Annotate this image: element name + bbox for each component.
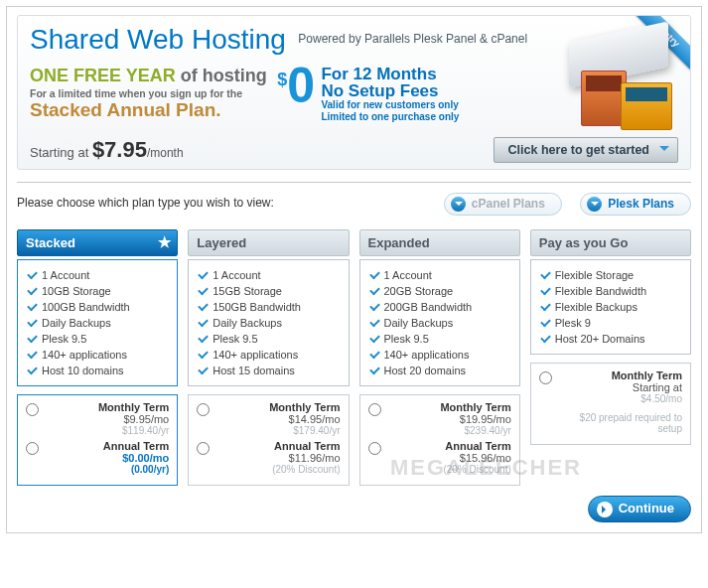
term-price: $9.95/mo xyxy=(47,413,169,425)
feature-item: 15GB Storage xyxy=(197,283,340,299)
feature-item: Host 10 domains xyxy=(26,363,169,378)
feature-item: Flexible Storage xyxy=(539,267,682,283)
promo-highlight: ONE FREE YEAR xyxy=(30,66,176,85)
feature-item: Host 20 domains xyxy=(368,363,511,378)
term-alt: $239.40/yr xyxy=(389,425,511,436)
feature-item: Host 15 domains xyxy=(197,363,340,378)
term-alt: $4.50/mo xyxy=(560,393,682,404)
feature-item: 1 Account xyxy=(368,267,511,283)
plan-header: Pay as you Go xyxy=(530,229,691,256)
feature-item: Plesk 9.5 xyxy=(368,331,511,347)
feature-item: Daily Backups xyxy=(26,315,169,331)
term-label: Monthly Term xyxy=(389,401,511,413)
term-radio[interactable] xyxy=(539,371,552,384)
plan-features: 1 Account15GB Storage150GB BandwidthDail… xyxy=(188,259,349,386)
feature-item: 140+ applications xyxy=(197,347,340,363)
plan-features: 1 Account10GB Storage100GB BandwidthDail… xyxy=(17,259,178,386)
arrow-right-icon xyxy=(597,502,613,517)
feature-item: Plesk 9.5 xyxy=(197,331,340,347)
term-radio[interactable] xyxy=(26,442,39,455)
feature-item: 1 Account xyxy=(197,267,340,283)
get-started-button[interactable]: Click here to get started xyxy=(494,137,678,163)
plan-terms: Monthly Term$14.95/mo$179.40/yrAnnual Te… xyxy=(188,394,349,486)
plan-layered: Layered1 Account15GB Storage150GB Bandwi… xyxy=(188,229,349,486)
feature-item: Flexible Backups xyxy=(539,299,682,315)
term-price: $19.95/mo xyxy=(389,413,511,425)
term-alt: $119.40/yr xyxy=(47,425,169,436)
term-price: $0.00/mo xyxy=(47,452,169,464)
term-price: $15.96/mo xyxy=(389,452,511,464)
plan-pay-as-you-go: Pay as you GoFlexible StorageFlexible Ba… xyxy=(530,229,691,486)
term-alt: $179.40/yr xyxy=(217,425,340,436)
plan-stacked: Stacked★1 Account10GB Storage100GB Bandw… xyxy=(17,229,178,486)
divider xyxy=(17,182,691,183)
term-radio[interactable] xyxy=(197,403,210,416)
plans-grid: Stacked★1 Account10GB Storage100GB Bandw… xyxy=(17,229,691,486)
feature-item: 10GB Storage xyxy=(26,283,169,299)
chevron-down-icon xyxy=(587,197,602,212)
plan-header: Layered xyxy=(188,229,349,256)
feature-item: Flexible Bandwidth xyxy=(539,283,682,299)
starting-price: Starting at $7.95/month xyxy=(30,145,184,160)
plan-terms: Monthly Term$19.95/mo$239.40/yrAnnual Te… xyxy=(359,394,520,486)
term-label: Monthly Term xyxy=(47,401,169,413)
star-icon: ★ xyxy=(158,233,171,251)
page-title: Shared Web Hosting xyxy=(30,24,286,55)
term-radio[interactable] xyxy=(26,403,39,416)
term-label: Annual Term xyxy=(389,440,511,452)
product-image xyxy=(561,26,680,130)
term-radio[interactable] xyxy=(368,442,381,455)
feature-item: Plesk 9 xyxy=(539,315,682,331)
zero-price: 0 xyxy=(287,66,311,105)
feature-item: 100GB Bandwidth xyxy=(26,299,169,315)
term-label: Monthly Term xyxy=(217,401,340,413)
tab-plesk[interactable]: Plesk Plans xyxy=(580,193,691,216)
term-price: Starting at xyxy=(560,381,682,393)
feature-item: Daily Backups xyxy=(197,315,340,331)
term-label: Annual Term xyxy=(47,440,169,452)
feature-item: 140+ applications xyxy=(368,347,511,363)
plan-features: Flexible StorageFlexible BandwidthFlexib… xyxy=(530,259,691,355)
feature-item: 20GB Storage xyxy=(368,283,511,299)
term-extra: $20 prepaid required to setup xyxy=(560,412,682,434)
plan-expanded: Expanded1 Account20GB Storage200GB Bandw… xyxy=(359,229,520,486)
plan-features: 1 Account20GB Storage200GB BandwidthDail… xyxy=(359,259,520,386)
term-radio[interactable] xyxy=(197,442,210,455)
hero: Entry Shared Web Hosting Powered by Para… xyxy=(17,15,691,170)
term-label: Annual Term xyxy=(217,440,340,452)
page-subtitle: Powered by Parallels Plesk Panel & cPane… xyxy=(298,32,527,46)
feature-item: Daily Backups xyxy=(368,315,511,331)
term-alt: (20% Discount) xyxy=(217,464,340,475)
tab-cpanel[interactable]: cPanel Plans xyxy=(444,193,562,216)
term-label: Monthly Term xyxy=(560,369,682,381)
feature-item: 200GB Bandwidth xyxy=(368,299,511,315)
continue-button[interactable]: Continue xyxy=(588,496,691,522)
term-price: $11.96/mo xyxy=(217,452,340,464)
feature-item: Host 20+ Domains xyxy=(539,331,682,347)
term-alt: (20% Discount) xyxy=(389,464,511,475)
term-alt: (0.00/yr) xyxy=(47,464,169,475)
choose-label: Please choose which plan type you wish t… xyxy=(17,196,274,210)
feature-item: 1 Account xyxy=(26,267,169,283)
term-price: $14.95/mo xyxy=(217,413,340,425)
plan-terms: Monthly Term$9.95/mo$119.40/yrAnnual Ter… xyxy=(17,394,178,486)
feature-item: Plesk 9.5 xyxy=(26,331,169,347)
plan-header: Stacked★ xyxy=(17,229,178,256)
plan-header: Expanded xyxy=(359,229,520,256)
term-radio[interactable] xyxy=(368,403,381,416)
feature-item: 140+ applications xyxy=(26,347,169,363)
plan-terms: Monthly TermStarting at$4.50/mo$20 prepa… xyxy=(530,363,691,445)
promo-plan: Stacked Annual Plan. xyxy=(30,99,267,121)
feature-item: 150GB Bandwidth xyxy=(197,299,340,315)
chevron-down-icon xyxy=(451,197,466,212)
